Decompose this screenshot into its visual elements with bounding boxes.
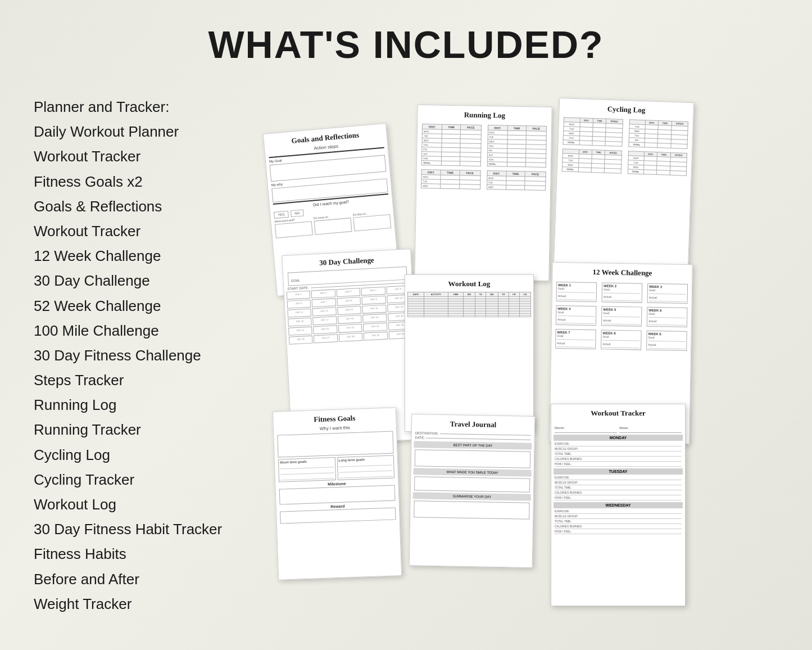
day-cell-28: DAY 28 (339, 333, 363, 342)
tracker-time-2: TOTAL TIME: (555, 485, 682, 490)
card-cycling-log: Cycling Log DIST. TIME SPEED MON TUE WED… (554, 98, 694, 271)
fitness-long-label: Long term goals (338, 457, 392, 462)
tracker-exercise-3: EXERCISE: (555, 509, 682, 514)
tracker-feel-2: HOW I FEEL: (555, 495, 682, 500)
workouttracker-title: Workout Tracker (551, 404, 685, 420)
list-item-7: 30 Day Challenge (34, 268, 264, 293)
day-cell-1: DAY 1 (287, 291, 311, 300)
cycling-table-2: DIST. TIME SPEED TUE WED THU FRI TOTAL (628, 119, 688, 149)
fitness-why-box (277, 431, 393, 457)
fitness-short-label: Short term goals (280, 459, 334, 464)
tracker-feel-3: HOW I FEEL: (555, 529, 682, 534)
page-title: WHAT'S INCLUDED? (0, 0, 812, 78)
list-item-8: 52 Week Challenge (34, 294, 264, 318)
list-item-9: 100 Mile Challenge (34, 318, 264, 343)
travel-bestpart: BEST PART OF THE DAY (414, 441, 532, 450)
tracker-muscle-2: MUSCLE GROUP: (555, 480, 682, 485)
tracker-feel-1: HOW I FEEL: (555, 462, 682, 467)
cycling-table-4: DIST. TIME SPEED MON TUE WED TOTAL (627, 151, 687, 176)
week9-box: WEEK 9 Goal: Actual: (646, 331, 687, 351)
list-item-4: Goals & Reflections (34, 194, 264, 219)
day-cell-24: DAY 24 (363, 323, 387, 332)
12week-title: 12 Week Challenge (552, 263, 692, 281)
travel-title: Travel Journal (412, 414, 534, 432)
cycling-table-3: DIST. TIME SPEED MON TUE WED TOTAL (562, 148, 622, 174)
cycling-title: Cycling Log (559, 98, 693, 119)
day-cell-19: DAY 19 (362, 314, 387, 323)
tracker-calories-2: CALORIES BURNED: (555, 490, 682, 495)
day-cell-6: DAY 6 (287, 300, 311, 309)
week5-box: WEEK 5 Goal: Actual: (601, 306, 642, 326)
day-cell-11: DAY 11 (287, 309, 311, 318)
tracker-monday-fields: EXERCISE: MUSCLE GROUP: TOTAL TIME: CALO… (555, 441, 682, 467)
tracker-month-label: Month: (555, 426, 565, 430)
workoutlog-table: DATE ACTIVITY TIME MO TU WE TH FR CA (407, 292, 531, 317)
list-item-10: 30 Day Fitness Challenge (34, 343, 264, 368)
list-item-11: Steps Tracker (34, 368, 264, 392)
week1-box: WEEK 1 Goal: Actual: (556, 282, 597, 302)
list-item-5: Workout Tracker (34, 219, 264, 243)
cycling-table-1: DIST. TIME SPEED MON TUE WED THU TOTAL (562, 117, 623, 147)
tracker-muscle-1: MUSCLE GROUP: (555, 446, 682, 452)
30day-startdate: START DATE: (287, 286, 309, 291)
day-cell-23: DAY 23 (338, 324, 362, 333)
day-cell-27: DAY 27 (314, 334, 338, 343)
tracker-exercise-2: EXERCISE: (555, 475, 682, 480)
card-travel-journal: Travel Journal DESTINATION: DATE: BEST P… (409, 414, 536, 568)
list-item-13: Running Tracker (34, 417, 264, 442)
day-cell-4: DAY 4 (361, 287, 385, 296)
30day-goal-label: GOAL (291, 279, 300, 283)
week4-box: WEEK 4 Goal: Actual: (556, 305, 597, 326)
list-item-2: Workout Tracker (34, 144, 264, 169)
tracker-muscle-3: MUSCLE GROUP: (555, 514, 682, 519)
day-cell-22: DAY 22 (313, 325, 337, 334)
day-cell-12: DAY 12 (312, 307, 337, 316)
travel-date-label: DATE: (415, 436, 425, 439)
30day-grid: DAY 1 DAY 2 DAY 3 DAY 4 DAY 5 DAY 6 DAY … (287, 285, 413, 344)
tracker-week-label: Week: (619, 426, 629, 430)
content-area: Planner and Tracker: Daily Workout Plann… (0, 78, 812, 616)
list-item-3: Fitness Goals x2 (34, 169, 264, 194)
day-cell-21: DAY 21 (288, 327, 312, 336)
day-cell-2: DAY 2 (311, 289, 335, 298)
day-cell-17: DAY 17 (312, 316, 337, 325)
day-cell-16: DAY 16 (288, 318, 312, 327)
travel-summarise: SUMMARISE YOUR DAY (413, 492, 531, 501)
fitness-goals-cols: Short term goals Long term goals (278, 455, 394, 482)
list-item-18: Fitness Habits (34, 541, 264, 566)
tracker-exercise-1: EXERCISE: (555, 441, 682, 446)
week7-box: WEEK 7 Goal: Actual: (555, 329, 596, 349)
travel-smile: WHAT MADE YOU SMILE TODAY (413, 468, 531, 477)
tracker-time-1: TOTAL TIME: (555, 452, 682, 457)
list-item-20: Weight Tracker (34, 592, 264, 616)
tracker-monday: MONDAY (554, 435, 683, 441)
running-table-1: DIST. TIME PACE MON TUE WED THU FRI SAT … (421, 124, 482, 166)
day-cell-14: DAY 14 (362, 305, 386, 314)
week3-box: WEEK 3 Goal: Actual: (647, 283, 688, 304)
tracker-calories-1: CALORIES BURNED: (555, 457, 682, 462)
goals-no: NO (291, 209, 304, 217)
day-cell-18: DAY 18 (338, 315, 362, 324)
tracker-tuesday-fields: EXERCISE: MUSCLE GROUP: TOTAL TIME: CALO… (555, 475, 682, 500)
fitness-long-term: Long term goals (337, 455, 394, 480)
running-table-2: DIST. TIME PACE MON TUE WED THU FRI SAT … (487, 125, 547, 168)
day-cell-8: DAY 8 (337, 297, 361, 306)
day-cell-26: DAY 26 (289, 336, 313, 345)
list-item-14: Cycling Log (34, 443, 264, 467)
goals-yes: YES (274, 211, 289, 219)
day-cell-9: DAY 9 (361, 296, 385, 305)
included-list: Planner and Tracker: Daily Workout Plann… (34, 83, 264, 616)
fitness-short-term: Short term goals (278, 457, 336, 482)
card-running-log: Running Log DIST. TIME PACE MON TUE WED … (414, 105, 552, 281)
running-table-3: DIST. TIME PACE MON TUE WED (421, 169, 480, 189)
tracker-wednesday: WEDNESDAY (554, 502, 683, 508)
list-item-12: Running Log (34, 392, 264, 417)
week6-box: WEEK 6 Goal: Actual: (647, 307, 688, 327)
list-item-19: Before and After (34, 567, 264, 592)
day-cell-29: DAY 29 (364, 332, 388, 341)
list-item-1: Daily Workout Planner (34, 119, 264, 144)
card-workout-tracker: Workout Tracker Month: Week: MONDAY EXER… (551, 404, 686, 606)
tracker-calories-3: CALORIES BURNED: (555, 524, 682, 529)
travel-dest-label: DESTINATION: (415, 431, 439, 435)
list-item-15: Cycling Tracker (34, 467, 264, 492)
